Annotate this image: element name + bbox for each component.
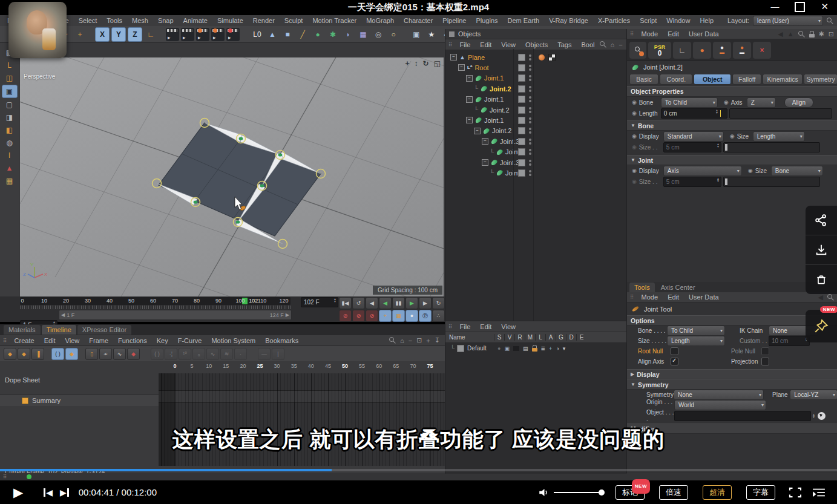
link-selection-icon[interactable]: ( ) [51,348,64,360]
tree-row-joint.2[interactable]: └Joint.2 [448,105,627,115]
visibility-dots[interactable] [529,65,531,71]
camera-label[interactable]: Perspective [24,73,55,80]
tl-menu-6[interactable]: F-Curve [173,337,207,344]
interp-auto-icon[interactable]: ≋ [220,348,233,360]
field-icon[interactable]: ◗ [341,28,355,41]
bone-size-select[interactable]: Length [753,131,805,142]
goto-start-button[interactable]: ▮◀ [339,297,352,309]
frame-all-icon[interactable]: + [426,337,430,344]
key-mode-icon[interactable]: ◆ [65,348,78,360]
menu-6[interactable]: Snap [153,17,179,24]
scroll-down-icon[interactable]: ↧ [435,336,440,344]
menu-12[interactable]: MoGraph [361,17,399,24]
tab-object[interactable]: Object [694,74,731,85]
tree-row-root[interactable]: −L⁰Root [448,62,627,73]
visibility-dots[interactable] [529,96,531,102]
object-picker-icon[interactable] [818,412,826,420]
layer-color-swatch[interactable] [457,345,464,352]
layer-box[interactable] [518,169,525,177]
dock-icon[interactable]: ⊡ [416,336,422,344]
loop-button[interactable]: ↻ [432,297,445,309]
layer-col-8[interactable]: E [576,334,586,341]
layer-col-6[interactable]: G [556,334,566,341]
history-back-icon[interactable]: ◀ [778,30,783,38]
visibility-dots[interactable] [529,107,531,113]
render-team-icon[interactable]: ▸ [196,28,209,41]
layer-menu-1[interactable]: Edit [475,323,496,330]
frame-ruler[interactable]: 102 0102030405060708090100110120 [20,297,290,305]
tl-menu-1[interactable]: Edit [39,337,61,344]
axis-z-lock-button[interactable]: Z [128,27,142,42]
layer-manager-icon[interactable]: ▤ [523,345,528,352]
tab-falloff[interactable]: Falloff [732,74,761,85]
layer-col-0[interactable]: S [494,334,504,341]
delete-button[interactable] [806,265,837,294]
menu-10[interactable]: Sculpt [280,17,308,24]
visibility-dots[interactable] [529,117,531,123]
tl-menu-5[interactable]: Key [152,337,173,344]
menu-7[interactable]: Animate [179,17,212,24]
tree-row-joint.3[interactable]: −Joint.3 [448,157,627,168]
viewport-maximize-icon[interactable]: ◱ [434,59,441,68]
tool-size-select[interactable]: Length [667,336,725,346]
layer-col-4[interactable]: L [535,334,545,341]
tool-bone-select[interactable]: To Child [667,326,725,336]
autokey-icon[interactable]: ◆ [18,348,30,360]
layer-view-icon[interactable]: ▣ [505,345,510,352]
search-icon[interactable] [798,31,805,38]
tab-axis-center[interactable]: Axis Center [656,283,700,292]
section-object-properties[interactable]: Object Properties [627,86,837,97]
mograph-array-icon[interactable]: ▦ [356,28,370,41]
settings-gear-icon[interactable]: ✱ [819,30,824,38]
section-symmetry[interactable]: ▼Symmetry [627,379,837,390]
search-object-icon[interactable] [629,42,646,59]
play-preview-button[interactable]: ↺ [352,297,365,309]
tab-coord[interactable]: Coord. [660,74,692,85]
render-settings-icon[interactable]: ▸ [211,28,225,41]
layer-menu-2[interactable]: View [496,323,520,330]
menu-17[interactable]: V-Ray Bridge [544,17,593,24]
tab-symmetry[interactable]: Symmetry [804,74,837,85]
layer-box[interactable] [518,74,525,82]
record-key-icon[interactable]: ◆ [4,348,16,360]
grip-icon[interactable]: ⠿ [627,294,637,300]
summary-track[interactable]: Summary [0,395,159,406]
layer-expressions-icon[interactable]: ▾ [563,345,566,352]
align-axis-checkbox[interactable] [671,358,678,365]
visibility-dots[interactable] [529,139,531,145]
minimize-panel-icon[interactable]: − [409,337,412,344]
projection-checkbox[interactable] [761,358,769,365]
origin-select[interactable]: World [674,400,766,410]
play-forwards-button[interactable]: ▶ [405,297,418,309]
layer-col-2[interactable]: R [514,334,525,341]
history-up-icon[interactable]: ▲ [787,30,794,38]
visibility-dots[interactable] [529,54,531,61]
tool-menu-0[interactable]: Mode [637,293,663,301]
viewport-canvas[interactable]: Y X Z Perspective + ↕ ↻ ◱ Grid Spacing :… [20,57,444,296]
layer-box[interactable] [518,54,525,61]
tree-row-joint.1[interactable]: −Joint.1 [448,73,627,83]
keyframe-set-icon[interactable]: ● [693,42,711,59]
dope-sheet-icon[interactable]: ▯ [85,348,98,360]
record-scale-button[interactable]: ▦ [392,310,405,322]
share-button[interactable] [806,206,837,235]
interp-linear-icon[interactable]: ·¦ [165,348,177,360]
object-axis-icon[interactable]: Ⅰ [2,149,17,162]
keyframe-dot-icon[interactable]: ◉ [632,110,637,116]
search-icon[interactable] [389,337,396,344]
search-icon[interactable] [827,294,834,301]
play-backwards-button[interactable]: ◀ [379,297,392,309]
menu-21[interactable]: Help [695,17,718,24]
volume-slider[interactable] [554,492,602,493]
tab-basic[interactable]: Basic [629,74,658,85]
primitive-cube-icon[interactable]: ■ [281,28,294,41]
menu-19[interactable]: Script [635,17,661,24]
weight-tag-icon[interactable] [539,54,545,61]
deformer-icon[interactable]: ✱ [326,28,340,41]
attr-menu-0[interactable]: Mode [637,30,663,38]
layer-box[interactable] [518,117,525,124]
length-field[interactable]: 0 cm ▲▼ [661,108,727,119]
align-button[interactable]: Align [784,97,813,108]
menu-8[interactable]: Simulate [212,17,248,24]
tl-menu-8[interactable]: Bookmarks [260,337,303,344]
